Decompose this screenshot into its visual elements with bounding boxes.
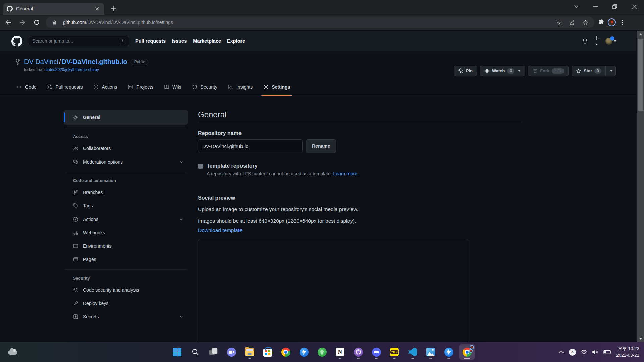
sidebar-item-tags[interactable]: Tags bbox=[64, 199, 188, 213]
notion-icon[interactable]: N bbox=[332, 344, 348, 360]
scrollbar-down-arrow[interactable] bbox=[637, 335, 644, 342]
repo-owner-link[interactable]: DV-DaVinci bbox=[24, 58, 58, 65]
github-page: / Pull requests Issues Marketplace Explo… bbox=[0, 31, 636, 342]
user-avatar-dropdown[interactable] bbox=[605, 38, 616, 45]
tray-x-circle-icon[interactable]: ✕ bbox=[569, 349, 576, 356]
tab-projects[interactable]: Projects bbox=[122, 79, 159, 96]
forward-button[interactable] bbox=[17, 17, 28, 28]
page-scrollbar[interactable] bbox=[637, 31, 644, 342]
repo-name-input[interactable] bbox=[198, 139, 303, 153]
kakaotalk-icon[interactable]: TALK bbox=[387, 344, 402, 360]
social-preview-upload-area[interactable] bbox=[198, 239, 468, 342]
star-button[interactable]: Star 0 bbox=[572, 66, 606, 76]
wifi-icon[interactable] bbox=[581, 349, 587, 355]
scrollbar-thumb[interactable] bbox=[638, 39, 643, 111]
sidebar-item-pages[interactable]: Pages bbox=[64, 253, 188, 266]
teams-chat-icon[interactable] bbox=[224, 344, 239, 360]
url-text[interactable]: github.com/DV-DaVinci/DV-DaVinci.github.… bbox=[63, 20, 550, 25]
taskbar-search-icon[interactable] bbox=[187, 344, 203, 360]
nav-marketplace[interactable]: Marketplace bbox=[193, 38, 221, 44]
browser-menu-kebab-icon[interactable] bbox=[617, 17, 627, 27]
vscode-icon[interactable] bbox=[405, 344, 420, 360]
chrome-active-window-icon[interactable] bbox=[459, 344, 475, 360]
volume-icon[interactable] bbox=[592, 349, 599, 355]
watch-button[interactable]: Watch 0 bbox=[480, 66, 525, 76]
reload-button[interactable] bbox=[31, 17, 42, 28]
forked-from-prefix: forked from bbox=[24, 67, 45, 72]
photos-icon[interactable] bbox=[423, 344, 438, 360]
file-explorer-icon[interactable] bbox=[242, 344, 257, 360]
leaf-app-icon[interactable] bbox=[314, 344, 330, 360]
nav-pull-requests[interactable]: Pull requests bbox=[135, 38, 166, 44]
messenger-icon[interactable] bbox=[296, 344, 312, 360]
template-repository-label: Template repository bbox=[207, 163, 258, 169]
tab-close-icon[interactable] bbox=[93, 5, 101, 12]
sidebar-item-webhooks[interactable]: Webhooks bbox=[64, 226, 188, 239]
window-minimize-button[interactable] bbox=[586, 0, 605, 13]
tab-search-chevron-icon[interactable] bbox=[566, 0, 586, 13]
new-tab-button[interactable] bbox=[109, 4, 118, 13]
tray-clock[interactable]: 오후 10:23 2022-03-21 bbox=[616, 345, 639, 358]
sidebar-item-actions[interactable]: Actions bbox=[64, 213, 188, 226]
github-search-input[interactable] bbox=[32, 38, 120, 44]
tab-actions[interactable]: Actions bbox=[88, 79, 122, 96]
tab-wiki[interactable]: Wiki bbox=[159, 79, 186, 96]
tab-pull-requests[interactable]: Pull requests bbox=[42, 79, 88, 96]
chevron-down-icon bbox=[179, 160, 184, 164]
settings-main: General Repository name Rename Template … bbox=[198, 110, 522, 342]
battery-icon[interactable] bbox=[603, 350, 611, 354]
clock-time: 오후 10:23 bbox=[618, 346, 639, 351]
create-new-dropdown[interactable] bbox=[594, 35, 599, 47]
nav-issues[interactable]: Issues bbox=[172, 38, 187, 44]
sidebar-item-secrets[interactable]: Secrets bbox=[64, 310, 188, 323]
pin-button[interactable]: Pin bbox=[454, 66, 477, 76]
star-dropdown-button[interactable] bbox=[606, 66, 616, 76]
window-restore-button[interactable] bbox=[605, 0, 625, 13]
social-preview-desc: Upload an image to customize your reposi… bbox=[198, 206, 522, 213]
lock-icon bbox=[50, 17, 60, 27]
github-logo-icon[interactable] bbox=[11, 36, 22, 47]
discord-icon[interactable] bbox=[369, 344, 384, 360]
sidebar-item-environments[interactable]: Environments bbox=[64, 239, 188, 253]
download-template-link[interactable]: Download template bbox=[198, 227, 243, 233]
browser-profile-avatar[interactable] bbox=[608, 18, 616, 26]
chrome-icon[interactable] bbox=[278, 344, 293, 360]
start-button[interactable] bbox=[169, 344, 185, 360]
caret-down-icon bbox=[614, 40, 616, 42]
repo-name-link[interactable]: DV-DaVinci.github.io bbox=[61, 58, 127, 65]
learn-more-link[interactable]: Learn more. bbox=[333, 171, 358, 176]
forked-from-link[interactable]: cotes2020/jekyll-theme-chirpy bbox=[46, 67, 99, 72]
tab-security[interactable]: Security bbox=[186, 79, 223, 96]
sidebar-item-collaborators[interactable]: Collaborators bbox=[64, 142, 188, 155]
template-repository-checkbox[interactable] bbox=[198, 164, 203, 169]
translate-icon[interactable]: G bbox=[553, 17, 564, 27]
rename-button[interactable]: Rename bbox=[306, 139, 336, 153]
tab-code[interactable]: Code bbox=[11, 79, 42, 96]
task-view-icon[interactable] bbox=[206, 344, 221, 360]
tab-insights[interactable]: Insights bbox=[223, 79, 258, 96]
sidebar-item-code-security[interactable]: Code security and analysis bbox=[64, 283, 188, 297]
share-icon[interactable] bbox=[567, 17, 577, 27]
address-bar[interactable]: github.com/DV-DaVinci/DV-DaVinci.github.… bbox=[46, 17, 594, 28]
tray-chevron-up-icon[interactable] bbox=[559, 350, 564, 354]
github-search-box[interactable]: / bbox=[29, 36, 129, 46]
star-count: 0 bbox=[594, 68, 601, 74]
sidebar-item-deploy-keys[interactable]: Deploy keys bbox=[64, 297, 188, 310]
github-desktop-icon[interactable] bbox=[351, 344, 366, 360]
bookmark-star-icon[interactable] bbox=[580, 17, 590, 27]
tab-settings[interactable]: Settings bbox=[258, 79, 296, 96]
window-close-button[interactable] bbox=[625, 0, 644, 13]
sidebar-item-moderation-options[interactable]: Moderation options bbox=[64, 155, 188, 169]
notifications-bell-icon[interactable] bbox=[582, 38, 588, 44]
extensions-puzzle-icon[interactable] bbox=[596, 17, 606, 27]
nav-explore[interactable]: Explore bbox=[227, 38, 245, 44]
chevron-down-icon bbox=[179, 217, 184, 222]
sidebar-item-general[interactable]: General bbox=[64, 110, 188, 125]
microsoft-store-icon[interactable] bbox=[260, 344, 275, 360]
messenger-2-icon[interactable] bbox=[441, 344, 457, 360]
scrollbar-up-arrow[interactable] bbox=[637, 31, 644, 38]
browser-tab[interactable]: General bbox=[3, 3, 104, 15]
back-button[interactable] bbox=[3, 17, 14, 28]
sidebar-item-branches[interactable]: Branches bbox=[64, 186, 188, 199]
star-label: Star bbox=[584, 68, 592, 73]
